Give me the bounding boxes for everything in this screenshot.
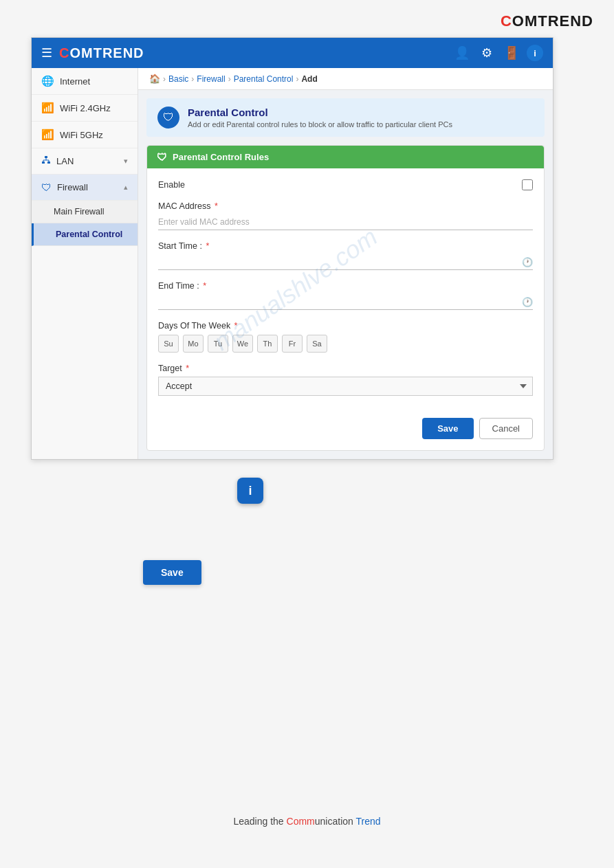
- end-time-input[interactable]: [158, 294, 533, 310]
- page-description: Add or edit Parental control rules to bl…: [188, 120, 452, 129]
- breadcrumb-add: Add: [301, 74, 317, 84]
- main-layout: 🌐 Internet 📶 WiFi 2.4GHz 📶 WiFi 5GHz LAN…: [32, 68, 553, 459]
- start-time-wrapper: 🕐: [158, 254, 533, 270]
- firewall-arrow-icon: ▴: [124, 183, 128, 192]
- svg-rect-1: [42, 162, 45, 164]
- logout-icon[interactable]: 🚪: [502, 43, 521, 63]
- breadcrumb: 🏠 › Basic › Firewall › Parental Control …: [138, 68, 553, 90]
- parental-control-header-icon: 🛡: [157, 107, 179, 129]
- breadcrumb-parental-control[interactable]: Parental Control: [234, 74, 294, 84]
- nav-bar: ☰ COMTREND 👤 ⚙ 🚪 i: [32, 38, 553, 68]
- rules-body: Enable MAC Address *: [147, 168, 544, 450]
- end-time-row: End Time : * 🕐: [158, 281, 533, 310]
- sidebar: 🌐 Internet 📶 WiFi 2.4GHz 📶 WiFi 5GHz LAN…: [32, 68, 138, 459]
- user-icon[interactable]: 👤: [452, 43, 472, 63]
- mac-address-row: MAC Address *: [158, 201, 533, 230]
- end-time-clock-icon[interactable]: 🕐: [522, 297, 533, 307]
- mac-input[interactable]: [158, 214, 533, 230]
- breadcrumb-sep-1: ›: [163, 74, 166, 84]
- nav-bar-right: 👤 ⚙ 🚪 i: [452, 43, 543, 63]
- tagline-trend: Trend: [355, 816, 380, 827]
- rules-header: 🛡 Parental Control Rules: [147, 146, 544, 168]
- sidebar-wifi24-label: WiFi 2.4GHz: [60, 103, 128, 113]
- day-su[interactable]: Su: [158, 335, 179, 353]
- wifi24-icon: 📶: [41, 102, 54, 114]
- browser-window: ☰ COMTREND 👤 ⚙ 🚪 i 🌐 Internet 📶 WiFi 2.4…: [31, 37, 553, 460]
- page-title: Parental Control: [188, 107, 452, 118]
- sidebar-internet-label: Internet: [60, 76, 128, 87]
- sidebar-lan-label: LAN: [56, 156, 118, 166]
- days-row-container: Days Of The Week * Su Mo Tu We Th Fr Sa: [158, 321, 533, 353]
- lan-icon: [41, 155, 51, 167]
- sidebar-firewall-label: Firewall: [57, 182, 118, 192]
- rules-header-icon: 🛡: [157, 151, 167, 163]
- day-sa[interactable]: Sa: [307, 335, 327, 353]
- internet-icon: 🌐: [41, 75, 54, 87]
- target-select[interactable]: Accept Drop Reject: [158, 377, 533, 396]
- start-time-clock-icon[interactable]: 🕐: [522, 257, 533, 267]
- day-th[interactable]: Th: [257, 335, 278, 353]
- content-area: 🏠 › Basic › Firewall › Parental Control …: [138, 68, 553, 459]
- svg-rect-2: [47, 162, 50, 164]
- save-button[interactable]: Save: [422, 418, 473, 439]
- breadcrumb-sep-4: ›: [296, 74, 298, 84]
- nav-brand-logo: COMTREND: [59, 45, 144, 61]
- top-comtrend-logo: CCOMTRENDOMTREND: [501, 12, 593, 30]
- tagline-leading: Leading the: [233, 816, 286, 827]
- page-header-text: Parental Control Add or edit Parental co…: [188, 107, 452, 129]
- logo-c: C: [501, 12, 512, 30]
- days-label: Days Of The Week *: [158, 321, 533, 331]
- sidebar-item-wifi5[interactable]: 📶 WiFi 5GHz: [32, 122, 138, 148]
- sidebar-subitem-parental-control[interactable]: Parental Control: [32, 223, 138, 246]
- sidebar-submenu: Main Firewall Parental Control: [32, 201, 138, 246]
- nav-bar-left: ☰ COMTREND: [41, 45, 144, 61]
- breadcrumb-home-icon[interactable]: 🏠: [149, 74, 160, 84]
- target-row: Target * Accept Drop Reject: [158, 364, 533, 396]
- firewall-icon: 🛡: [41, 181, 52, 193]
- end-time-label: End Time : *: [158, 281, 533, 291]
- breadcrumb-basic[interactable]: Basic: [168, 74, 188, 84]
- sidebar-wifi5-label: WiFi 5GHz: [60, 130, 128, 140]
- floating-save-button[interactable]: Save: [143, 560, 201, 585]
- breadcrumb-firewall[interactable]: Firewall: [197, 74, 225, 84]
- top-brand-header: CCOMTRENDOMTREND: [0, 0, 614, 37]
- tagline-unication: unication: [315, 816, 356, 827]
- mac-label: MAC Address *: [158, 201, 533, 211]
- footer-tagline: Leading the Communication Trend: [0, 816, 614, 827]
- target-label: Target *: [158, 364, 533, 373]
- breadcrumb-sep-3: ›: [228, 74, 231, 84]
- start-time-input[interactable]: [158, 254, 533, 270]
- wifi5-icon: 📶: [41, 129, 54, 141]
- day-mo[interactable]: Mo: [183, 335, 204, 353]
- lan-arrow-icon: ▾: [124, 157, 128, 166]
- rules-header-label: Parental Control Rules: [173, 152, 269, 162]
- tagline-comm: Comm: [287, 816, 315, 827]
- enable-row: Enable: [158, 179, 533, 190]
- settings-icon[interactable]: ⚙: [477, 43, 496, 63]
- hamburger-icon[interactable]: ☰: [41, 45, 52, 60]
- nav-logo-c: C: [59, 45, 69, 60]
- start-time-row: Start Time : * 🕐: [158, 241, 533, 270]
- sidebar-item-lan[interactable]: LAN ▾: [32, 148, 138, 175]
- start-time-label: Start Time : *: [158, 241, 533, 251]
- sidebar-subitem-main-firewall[interactable]: Main Firewall: [32, 201, 138, 223]
- sidebar-item-internet[interactable]: 🌐 Internet: [32, 68, 138, 95]
- enable-checkbox[interactable]: [522, 179, 533, 190]
- day-fr[interactable]: Fr: [282, 335, 303, 353]
- sidebar-item-wifi24[interactable]: 📶 WiFi 2.4GHz: [32, 95, 138, 122]
- floating-info-button[interactable]: i: [237, 478, 263, 504]
- nav-info-button[interactable]: i: [527, 45, 543, 61]
- rules-section: 🛡 Parental Control Rules Enable MA: [146, 145, 545, 451]
- enable-label: Enable: [158, 180, 185, 190]
- sidebar-item-firewall[interactable]: 🛡 Firewall ▴: [32, 175, 138, 201]
- day-tu[interactable]: Tu: [208, 335, 228, 353]
- end-time-wrapper: 🕐: [158, 294, 533, 310]
- page-header-section: 🛡 Parental Control Add or edit Parental …: [146, 98, 545, 137]
- enable-checkbox-wrapper: [522, 179, 533, 190]
- mac-required: *: [212, 201, 217, 211]
- cancel-button[interactable]: Cancel: [479, 418, 533, 439]
- day-we[interactable]: We: [232, 335, 253, 353]
- svg-rect-0: [45, 156, 47, 158]
- days-buttons: Su Mo Tu We Th Fr Sa: [158, 335, 533, 353]
- breadcrumb-sep-2: ›: [191, 74, 194, 84]
